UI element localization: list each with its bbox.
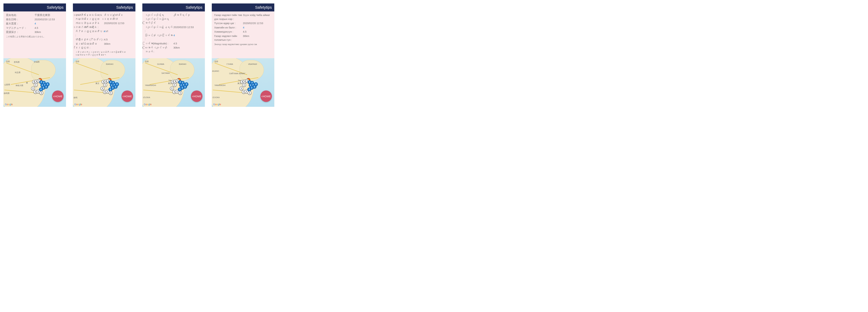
marker-cluster: 1111111222222221 [32,75,56,96]
info-row: កំរិតរញ្ជួយអតិបរមា :4 [75,30,133,37]
info-value: 4.5 [35,26,38,30]
intensity-marker[interactable]: 1 [239,86,243,90]
info-row: Хэмжигдэхүүн :4.5 [214,30,272,34]
map-city-label: AGANO [212,70,219,72]
chevron-left-icon: ‹ [53,95,54,98]
info-label: 震源深さ： [6,30,35,34]
intensity-marker[interactable]: 1 [103,83,107,87]
intensity-marker[interactable]: 2 [115,82,119,86]
info-label: ម៉ាញីនេទូត (រ៉ិចទ័រ) : [75,38,104,42]
info-label: အမြင့်ဆုံး ငလျင်ပြင်းအား : [145,33,174,41]
app-title-bold: tips [58,5,64,10]
info-value: តំបន់ឦសាននៃខេត្តឈីបា [104,13,133,21]
info-value: 4 [35,22,36,26]
earthquake-info-panel: 震央地名:千葉県北東部発生日時：2020/02/20 12:53最大震度：4マグ… [3,11,66,58]
home-button-label: HOME [262,95,271,98]
tsunami-note: Энэхүү газар хөдлөлтөөс цунами үүснэ гэж [214,43,272,46]
intensity-marker[interactable]: 2 [247,88,251,91]
info-row: ឈ្មោះទីកន្លែងចំណុចកណ្ដាលនៃរញ្ជួយតំបន់ឦសា… [75,13,133,21]
home-button[interactable]: ‹HOME [52,91,64,102]
google-attribution: Google [144,103,152,106]
info-label: ឈ្មោះទីកន្លែងចំណុចកណ្ដាលនៃរញ្ជួយ [75,13,104,21]
app-screen: Safety tipsឈ្មោះទីកន្លែងចំណុចកណ្ដាលនៃរញ្… [73,3,135,107]
info-label: ជម្រៅចំណុចដើមនៃរញ្ជួយ : [75,42,104,50]
info-label: កាលបរិច្ឆេទនិងពេលវេលាកើតឡើង : [75,21,104,29]
info-label: ငလျင်လှုပ်သည့် နေ့ရက် : [145,25,174,33]
intensity-marker[interactable]: 1 [31,86,35,90]
marker-cluster: 1111111222222221 [171,75,195,96]
info-row: ម៉ាញីនេទូត (រ៉ិចទ័រ) :4.5 [75,38,133,42]
info-label: Газар хөдлөл-тийн төв дэх газрын нэр : [214,13,243,21]
info-row: 震源深さ：30km [6,30,64,34]
map-city-label: ГУНМА [226,63,233,65]
info-value: 30km [243,34,249,42]
map-city-label: 長野 [145,60,149,63]
map-city-label: 茨城県 [34,61,39,63]
home-button[interactable]: ‹HOME [260,91,272,102]
map-city-label: 群馬県 [14,61,20,63]
info-value: 4 [104,30,105,37]
map-view[interactable]: 長野IBARAKI東京静岡1111111222222221‹HOMEGoogle [73,58,135,107]
marker-cluster: 1111111222222221 [241,75,265,96]
info-row: Газар хөдлөл-тийн төв дэх газрын нэр :Зү… [214,13,272,21]
info-row: 発生日時：2020/02/20 12:53 [6,18,64,22]
info-row: မြေအောက် ငလျင်ဗဟို အနက် :30km [145,46,203,54]
app-screen: Safety tipsГазар хөдлөл-тийн төв дэх газ… [212,3,274,107]
info-row: 震央地名:千葉県北東部 [6,13,64,17]
info-value: 4 [174,33,175,41]
intensity-marker[interactable]: 1 [100,86,104,90]
info-label: ငလျင်ဗဟိုရှိရာ ငလျင်လှုပ်သည့်အရေ့မြောက်ပ… [145,13,174,25]
intensity-marker[interactable]: 2 [39,88,43,91]
chevron-left-icon: ‹ [261,95,262,98]
info-value: 30km [174,46,180,54]
intensity-marker[interactable]: 1 [173,83,177,87]
info-value: ချီဘာစီရင်စု [174,13,190,25]
intensity-marker[interactable]: 2 [45,82,50,86]
info-value: 4.5 [104,38,107,42]
intensity-marker[interactable]: 1 [242,83,246,87]
info-value: 4.5 [243,30,247,34]
info-row: Газар хөдлөл-тийн голомтын гүн :30km [214,34,272,42]
map-city-label: 長野 [6,60,10,63]
info-label: Газар хөдлөл-тийн голомтын гүн : [214,34,243,42]
intensity-marker[interactable]: 1 [109,91,113,95]
intensity-marker[interactable]: 1 [170,86,174,90]
earthquake-info-panel: ငလျင်ဗဟိုရှိရာ ငလျင်လှုပ်သည့်အရေ့မြောက်ပ… [142,11,205,58]
info-label: ပြင်းအား(Magnitude) : [145,42,174,45]
app-title-bold: tips [266,5,272,10]
app-screen: Safety tips震央地名:千葉県北東部発生日時：2020/02/20 12… [3,3,66,107]
home-button[interactable]: ‹HOME [191,91,203,102]
google-attribution: Google [213,103,221,106]
intensity-marker[interactable]: 1 [248,91,252,95]
intensity-marker[interactable]: 2 [185,82,188,86]
info-label: Хамгийн их балл : [214,26,243,30]
earthquake-info-panel: Газар хөдлөл-тийн төв дэх газрын нэр :Зү… [212,11,274,58]
map-city-label: GUNMA [157,63,164,65]
info-row: 最大震度：4 [6,22,64,26]
home-button[interactable]: ‹HOME [122,91,133,102]
app-header: Safety tips [212,3,274,11]
intensity-marker[interactable]: 1 [39,91,43,95]
home-button-label: HOME [124,95,132,98]
info-value: 2020/02/20 12:53 [35,18,55,22]
intensity-marker[interactable]: 2 [178,88,182,91]
intensity-marker[interactable]: 1 [34,83,38,87]
map-view[interactable]: 長野ГУНМАИБАРАКИAGANOСАЙТАМА АЙМАГYAMANASH… [212,58,274,107]
map-view[interactable]: 群馬県茨城県埼玉県山梨県神奈川県東静岡県長野1111111222222221‹H… [3,58,66,107]
tsunami-note: រមិនមានការព្រួយបារម្ភអំពីរលកស៊ូណាមិដែលបណ… [75,51,133,57]
info-value: 4.5 [174,42,177,45]
chevron-left-icon: ‹ [123,95,124,98]
info-row: ငလျင်ဗဟိုရှိရာ ငလျင်လှုပ်သည့်အရေ့မြောက်ပ… [145,13,203,25]
map-city-label: 長野 [214,60,218,63]
map-view[interactable]: 長野GUNMAIBARAKISAITAMAYAMANASHITok東京IZUOK… [142,58,205,107]
tsunami-note: この地震による津波の心配はありません。 [6,35,64,38]
app-header: Safety tips [73,3,135,11]
intensity-marker[interactable]: 2 [108,88,112,91]
intensity-marker[interactable]: 1 [178,91,182,95]
map-city-label: 東 [26,82,28,84]
map-city-label: 山梨県 [4,83,10,86]
info-label: 震央地名: [6,13,35,17]
intensity-marker[interactable]: 2 [254,82,258,86]
app-header: Safety tips [142,3,205,11]
app-title-thin: Safety [255,5,266,10]
